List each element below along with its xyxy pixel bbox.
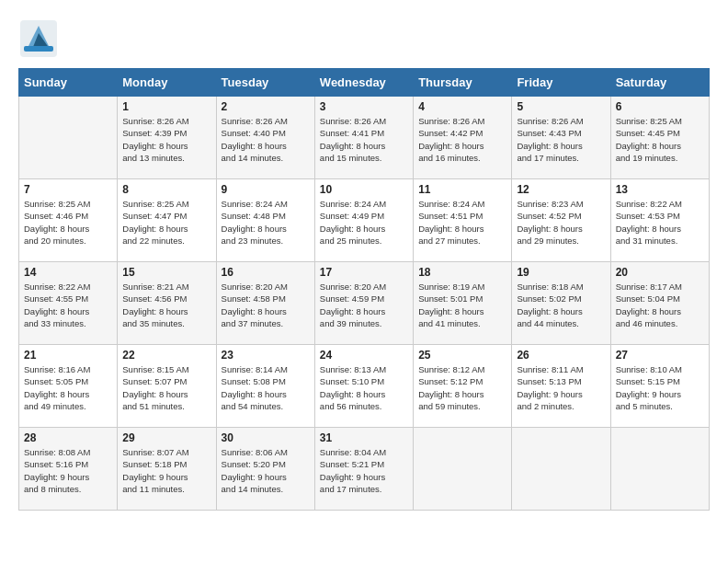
day-cell: 1Sunrise: 8:26 AM Sunset: 4:39 PM Daylig… <box>118 97 216 179</box>
day-cell: 17Sunrise: 8:20 AM Sunset: 4:59 PM Dayli… <box>314 262 413 345</box>
day-cell: 16Sunrise: 8:20 AM Sunset: 4:58 PM Dayli… <box>216 262 314 345</box>
day-number: 24 <box>320 349 408 362</box>
day-cell: 8Sunrise: 8:25 AM Sunset: 4:47 PM Daylig… <box>118 179 216 262</box>
day-info: Sunrise: 8:26 AM Sunset: 4:41 PM Dayligh… <box>320 115 408 164</box>
logo <box>18 18 59 59</box>
week-row-5: 28Sunrise: 8:08 AM Sunset: 5:16 PM Dayli… <box>19 428 710 511</box>
day-info: Sunrise: 8:22 AM Sunset: 4:55 PM Dayligh… <box>24 281 112 329</box>
day-cell: 10Sunrise: 8:24 AM Sunset: 4:49 PM Dayli… <box>314 179 413 262</box>
day-number: 2 <box>222 100 310 113</box>
day-info: Sunrise: 8:10 AM Sunset: 5:15 PM Dayligh… <box>616 363 704 412</box>
day-number: 30 <box>222 431 310 444</box>
day-info: Sunrise: 8:14 AM Sunset: 5:08 PM Dayligh… <box>222 363 310 412</box>
day-cell: 31Sunrise: 8:04 AM Sunset: 5:21 PM Dayli… <box>314 428 413 511</box>
day-cell <box>414 428 512 511</box>
day-info: Sunrise: 8:12 AM Sunset: 5:12 PM Dayligh… <box>418 363 506 412</box>
week-row-4: 21Sunrise: 8:16 AM Sunset: 5:05 PM Dayli… <box>19 345 710 428</box>
day-cell <box>610 428 709 511</box>
day-number: 28 <box>24 431 112 444</box>
day-number: 20 <box>616 266 704 279</box>
day-info: Sunrise: 8:26 AM Sunset: 4:39 PM Dayligh… <box>122 115 210 164</box>
day-number: 25 <box>418 349 506 362</box>
day-cell: 18Sunrise: 8:19 AM Sunset: 5:01 PM Dayli… <box>414 262 512 345</box>
day-number: 19 <box>517 266 605 279</box>
day-cell: 6Sunrise: 8:25 AM Sunset: 4:45 PM Daylig… <box>610 97 709 179</box>
day-info: Sunrise: 8:22 AM Sunset: 4:53 PM Dayligh… <box>616 198 704 247</box>
day-number: 17 <box>320 266 408 279</box>
day-info: Sunrise: 8:11 AM Sunset: 5:13 PM Dayligh… <box>517 363 605 412</box>
day-cell: 3Sunrise: 8:26 AM Sunset: 4:41 PM Daylig… <box>314 97 413 179</box>
day-cell: 24Sunrise: 8:13 AM Sunset: 5:10 PM Dayli… <box>314 345 413 428</box>
day-cell: 23Sunrise: 8:14 AM Sunset: 5:08 PM Dayli… <box>216 345 314 428</box>
header-wednesday: Wednesday <box>314 69 413 97</box>
day-info: Sunrise: 8:20 AM Sunset: 4:58 PM Dayligh… <box>222 281 310 329</box>
day-info: Sunrise: 8:06 AM Sunset: 5:20 PM Dayligh… <box>222 446 310 495</box>
header-tuesday: Tuesday <box>216 69 314 97</box>
day-number: 21 <box>24 349 112 362</box>
day-number: 6 <box>616 100 704 113</box>
week-row-1: 1Sunrise: 8:26 AM Sunset: 4:39 PM Daylig… <box>19 97 710 179</box>
day-cell: 28Sunrise: 8:08 AM Sunset: 5:16 PM Dayli… <box>19 428 118 511</box>
header-monday: Monday <box>118 69 216 97</box>
day-number: 29 <box>122 431 210 444</box>
day-cell: 20Sunrise: 8:17 AM Sunset: 5:04 PM Dayli… <box>610 262 709 345</box>
calendar-header-row: SundayMondayTuesdayWednesdayThursdayFrid… <box>19 69 710 97</box>
day-cell: 7Sunrise: 8:25 AM Sunset: 4:46 PM Daylig… <box>19 179 118 262</box>
day-number: 7 <box>24 183 112 196</box>
day-info: Sunrise: 8:08 AM Sunset: 5:16 PM Dayligh… <box>24 446 112 495</box>
day-number: 11 <box>418 183 506 196</box>
day-cell: 13Sunrise: 8:22 AM Sunset: 4:53 PM Dayli… <box>610 179 709 262</box>
day-number: 13 <box>616 183 704 196</box>
day-info: Sunrise: 8:18 AM Sunset: 5:02 PM Dayligh… <box>517 281 605 329</box>
day-number: 3 <box>320 100 408 113</box>
day-number: 1 <box>122 100 210 113</box>
day-number: 27 <box>616 349 704 362</box>
week-row-3: 14Sunrise: 8:22 AM Sunset: 4:55 PM Dayli… <box>19 262 710 345</box>
day-cell: 29Sunrise: 8:07 AM Sunset: 5:18 PM Dayli… <box>118 428 216 511</box>
day-info: Sunrise: 8:26 AM Sunset: 4:42 PM Dayligh… <box>418 115 506 164</box>
day-info: Sunrise: 8:25 AM Sunset: 4:45 PM Dayligh… <box>616 115 704 164</box>
svg-rect-3 <box>24 46 53 52</box>
day-info: Sunrise: 8:20 AM Sunset: 4:59 PM Dayligh… <box>320 281 408 329</box>
day-cell: 21Sunrise: 8:16 AM Sunset: 5:05 PM Dayli… <box>19 345 118 428</box>
day-info: Sunrise: 8:25 AM Sunset: 4:46 PM Dayligh… <box>24 198 112 247</box>
week-row-2: 7Sunrise: 8:25 AM Sunset: 4:46 PM Daylig… <box>19 179 710 262</box>
day-cell: 12Sunrise: 8:23 AM Sunset: 4:52 PM Dayli… <box>512 179 610 262</box>
day-number: 10 <box>320 183 408 196</box>
logo-icon <box>18 18 59 59</box>
day-cell: 27Sunrise: 8:10 AM Sunset: 5:15 PM Dayli… <box>610 345 709 428</box>
day-info: Sunrise: 8:24 AM Sunset: 4:49 PM Dayligh… <box>320 198 408 247</box>
day-info: Sunrise: 8:13 AM Sunset: 5:10 PM Dayligh… <box>320 363 408 412</box>
day-info: Sunrise: 8:23 AM Sunset: 4:52 PM Dayligh… <box>517 198 605 247</box>
day-info: Sunrise: 8:26 AM Sunset: 4:43 PM Dayligh… <box>517 115 605 164</box>
day-number: 22 <box>122 349 210 362</box>
day-cell: 4Sunrise: 8:26 AM Sunset: 4:42 PM Daylig… <box>414 97 512 179</box>
day-cell <box>19 97 118 179</box>
day-info: Sunrise: 8:21 AM Sunset: 4:56 PM Dayligh… <box>122 281 210 329</box>
day-cell: 30Sunrise: 8:06 AM Sunset: 5:20 PM Dayli… <box>216 428 314 511</box>
day-cell: 9Sunrise: 8:24 AM Sunset: 4:48 PM Daylig… <box>216 179 314 262</box>
day-info: Sunrise: 8:26 AM Sunset: 4:40 PM Dayligh… <box>222 115 310 164</box>
day-info: Sunrise: 8:17 AM Sunset: 5:04 PM Dayligh… <box>616 281 704 329</box>
day-info: Sunrise: 8:25 AM Sunset: 4:47 PM Dayligh… <box>122 198 210 247</box>
day-info: Sunrise: 8:04 AM Sunset: 5:21 PM Dayligh… <box>320 446 408 495</box>
day-number: 18 <box>418 266 506 279</box>
day-cell: 2Sunrise: 8:26 AM Sunset: 4:40 PM Daylig… <box>216 97 314 179</box>
header-sunday: Sunday <box>19 69 118 97</box>
day-info: Sunrise: 8:07 AM Sunset: 5:18 PM Dayligh… <box>122 446 210 495</box>
day-number: 9 <box>222 183 310 196</box>
calendar-body: 1Sunrise: 8:26 AM Sunset: 4:39 PM Daylig… <box>19 97 710 511</box>
day-number: 26 <box>517 349 605 362</box>
day-number: 8 <box>122 183 210 196</box>
day-cell: 11Sunrise: 8:24 AM Sunset: 4:51 PM Dayli… <box>414 179 512 262</box>
day-info: Sunrise: 8:24 AM Sunset: 4:51 PM Dayligh… <box>418 198 506 247</box>
day-info: Sunrise: 8:15 AM Sunset: 5:07 PM Dayligh… <box>122 363 210 412</box>
day-cell: 5Sunrise: 8:26 AM Sunset: 4:43 PM Daylig… <box>512 97 610 179</box>
day-info: Sunrise: 8:19 AM Sunset: 5:01 PM Dayligh… <box>418 281 506 329</box>
page-header <box>18 18 710 59</box>
day-number: 12 <box>517 183 605 196</box>
day-number: 5 <box>517 100 605 113</box>
day-number: 31 <box>320 431 408 444</box>
header-thursday: Thursday <box>414 69 512 97</box>
day-cell: 26Sunrise: 8:11 AM Sunset: 5:13 PM Dayli… <box>512 345 610 428</box>
